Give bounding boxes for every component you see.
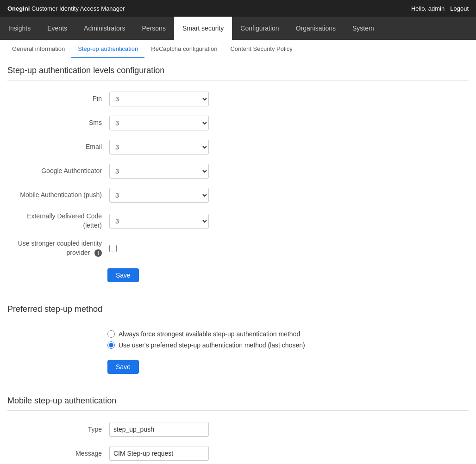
ext-code-select[interactable]: 1 2 3 4 5 [109, 214, 209, 229]
user-preferred-radio[interactable] [107, 341, 115, 349]
brand-subtitle: Customer Identity Access Manager [31, 5, 125, 12]
sms-row: Sms 1 2 3 4 5 [7, 116, 469, 130]
user-preferred-row: Use user's preferred step-up authenticat… [107, 341, 469, 349]
user-info: Hello, admin Logout [411, 5, 469, 12]
info-icon[interactable]: i [94, 249, 102, 257]
nav-organisations[interactable]: Organisations [288, 17, 344, 40]
main-nav: Insights Events Administrators Persons S… [0, 17, 476, 40]
nav-configuration[interactable]: Configuration [232, 17, 287, 40]
type-row: Type [7, 422, 469, 437]
ext-code-label: Externally Delivered Code (letter) [17, 212, 109, 230]
stronger-coupled-checkbox[interactable] [109, 245, 117, 252]
nav-administrators[interactable]: Administrators [75, 17, 133, 40]
subnav-general-info[interactable]: General information [6, 40, 71, 58]
section1-save-button[interactable]: Save [107, 268, 139, 282]
stronger-coupled-label: Use stronger coupled identity provider i [17, 239, 109, 257]
force-strongest-label: Always force strongest available step-up… [119, 330, 300, 338]
mobile-push-row: Mobile Authentication (push) 1 2 3 4 5 [7, 188, 469, 203]
email-select[interactable]: 1 2 3 4 5 [109, 140, 209, 155]
nav-system[interactable]: System [344, 17, 382, 40]
section2-save-wrapper: Save [7, 360, 469, 374]
type-input[interactable] [109, 422, 209, 437]
message-row: Message [7, 446, 469, 461]
sms-select[interactable]: 1 2 3 4 5 [109, 116, 209, 130]
brand-name: Onegini [7, 5, 30, 12]
pin-select[interactable]: 1 2 3 4 5 [109, 92, 209, 106]
nav-events[interactable]: Events [39, 17, 75, 40]
nav-persons[interactable]: Persons [134, 17, 174, 40]
brand: Onegini Customer Identity Access Manager [7, 5, 125, 12]
email-label: Email [17, 142, 109, 152]
section2-title: Preferred step-up method [7, 297, 469, 319]
type-label: Type [17, 425, 109, 434]
subnav-step-up-auth[interactable]: Step-up authentication [71, 40, 144, 58]
pin-label: Pin [17, 94, 109, 104]
stronger-coupled-row: Use stronger coupled identity provider i [7, 239, 469, 257]
section3-title: Mobile step-up authentication [7, 389, 469, 411]
sub-nav: General information Step-up authenticati… [0, 40, 476, 58]
section1-save-wrapper: Save [7, 268, 469, 282]
section2-save-button[interactable]: Save [107, 360, 139, 374]
email-row: Email 1 2 3 4 5 [7, 140, 469, 155]
google-auth-row: Google Authenticator 1 2 3 4 5 [7, 164, 469, 179]
user-greeting: Hello, admin [411, 5, 445, 12]
sms-label: Sms [17, 118, 109, 128]
message-label: Message [17, 449, 109, 458]
subnav-csp[interactable]: Content Security Policy [224, 40, 299, 58]
top-bar: Onegini Customer Identity Access Manager… [0, 0, 476, 17]
page-content: Step-up authentication levels configurat… [0, 58, 476, 464]
user-preferred-label: Use user's preferred step-up authenticat… [119, 341, 305, 349]
nav-smart-security[interactable]: Smart security [174, 17, 232, 40]
preferred-method-group: Always force strongest available step-up… [107, 330, 469, 349]
google-auth-select[interactable]: 1 2 3 4 5 [109, 164, 209, 179]
ext-code-row: Externally Delivered Code (letter) 1 2 3… [7, 212, 469, 230]
pin-row: Pin 1 2 3 4 5 [7, 92, 469, 106]
mobile-push-label: Mobile Authentication (push) [17, 191, 109, 200]
google-auth-label: Google Authenticator [17, 167, 109, 176]
message-input[interactable] [109, 446, 209, 461]
force-strongest-row: Always force strongest available step-up… [107, 330, 469, 338]
subnav-recaptcha[interactable]: ReCaptcha configuration [144, 40, 224, 58]
section1-title: Step-up authentication levels configurat… [7, 58, 469, 80]
nav-insights[interactable]: Insights [0, 17, 39, 40]
logout-link[interactable]: Logout [450, 5, 469, 12]
mobile-push-select[interactable]: 1 2 3 4 5 [109, 188, 209, 203]
force-strongest-radio[interactable] [107, 330, 115, 338]
